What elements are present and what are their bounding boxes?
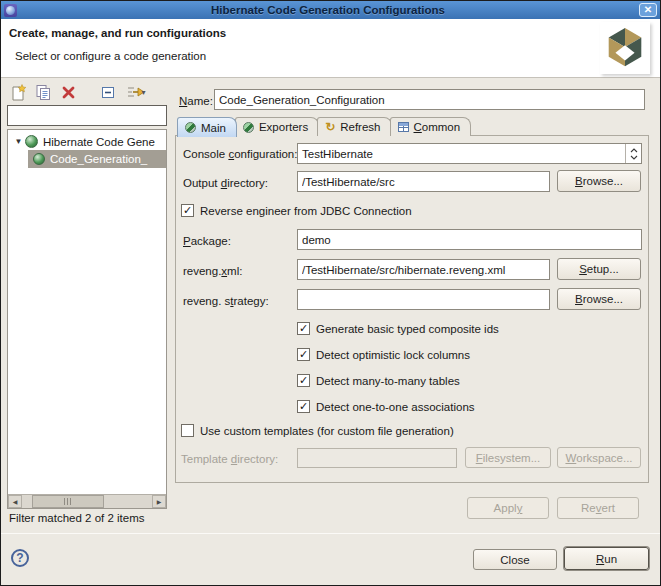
tab-label: Exporters [259, 121, 308, 133]
dialog-header: Create, manage, and run configurations S… [1, 19, 660, 78]
configurations-tree: ▼ Hibernate Code Gene Code_Generation_ ◀… [7, 129, 167, 509]
close-window-icon[interactable]: ✕ [639, 3, 657, 17]
tab-label: Main [201, 122, 226, 134]
name-label: Name: [179, 95, 213, 107]
scrollbar-track[interactable] [22, 495, 152, 508]
page-subtitle: Select or configure a code generation [15, 50, 206, 62]
scrollbar-thumb[interactable] [32, 495, 104, 508]
help-icon[interactable]: ? [11, 549, 29, 567]
tab-label: Common [414, 121, 461, 133]
code-generation-type-icon [25, 135, 38, 148]
titlebar[interactable]: Hibernate Code Generation Configurations… [1, 1, 660, 19]
codegen-tab-icon [243, 122, 254, 133]
main-tab-panel [175, 135, 649, 483]
sidebar-toolbar: ▾ [9, 82, 149, 102]
page-title: Create, manage, and run configurations [9, 27, 226, 39]
table-icon [398, 122, 409, 132]
new-configuration-icon[interactable] [9, 83, 28, 101]
apply-button: Apply [467, 497, 549, 519]
tab-bar: Main Exporters ↻ Refresh Common [177, 117, 469, 136]
tree-item-hibernate-code-generation[interactable]: ▼ Hibernate Code Gene [12, 133, 155, 150]
chevron-down-icon: ▾ [141, 88, 145, 97]
scroll-right-icon[interactable]: ▶ [152, 495, 166, 508]
tab-common[interactable]: Common [390, 117, 472, 136]
window-icon [4, 4, 17, 17]
hibernate-logo [600, 22, 650, 74]
filter-status: Filter matched 2 of 2 items [9, 512, 145, 524]
duplicate-configuration-icon[interactable] [34, 83, 53, 101]
tree-item-code-generation-configuration[interactable]: Code_Generation_ [28, 150, 166, 168]
refresh-icon: ↻ [325, 122, 335, 133]
window-title: Hibernate Code Generation Configurations [17, 4, 639, 16]
tab-label: Refresh [340, 121, 380, 133]
tree-item-label: Code_Generation_ [50, 153, 147, 165]
scroll-left-icon[interactable]: ◀ [8, 495, 22, 508]
close-button[interactable]: Close [473, 549, 557, 570]
revert-button: Revert [557, 497, 639, 519]
footer-separator [1, 533, 661, 534]
hibernate-logo-icon [602, 25, 648, 71]
horizontal-scrollbar[interactable]: ◀ ▶ [8, 494, 166, 508]
tab-refresh[interactable]: ↻ Refresh [317, 117, 391, 136]
dialog-window: Hibernate Code Generation Configurations… [0, 0, 661, 586]
codegen-tab-icon [185, 122, 196, 133]
tab-exporters[interactable]: Exporters [235, 117, 319, 136]
tab-main[interactable]: Main [177, 117, 237, 137]
collapse-all-icon[interactable] [98, 83, 117, 101]
thumb-grip [64, 498, 73, 505]
name-input[interactable] [214, 89, 645, 110]
filter-input[interactable] [7, 105, 167, 126]
run-button[interactable]: Run [564, 547, 649, 570]
code-generation-config-icon [33, 153, 45, 165]
tree-item-label: Hibernate Code Gene [43, 136, 155, 148]
filter-menu-icon[interactable]: ▾ [123, 83, 149, 101]
expander-icon[interactable]: ▼ [12, 137, 25, 146]
delete-configuration-icon[interactable] [59, 83, 78, 101]
